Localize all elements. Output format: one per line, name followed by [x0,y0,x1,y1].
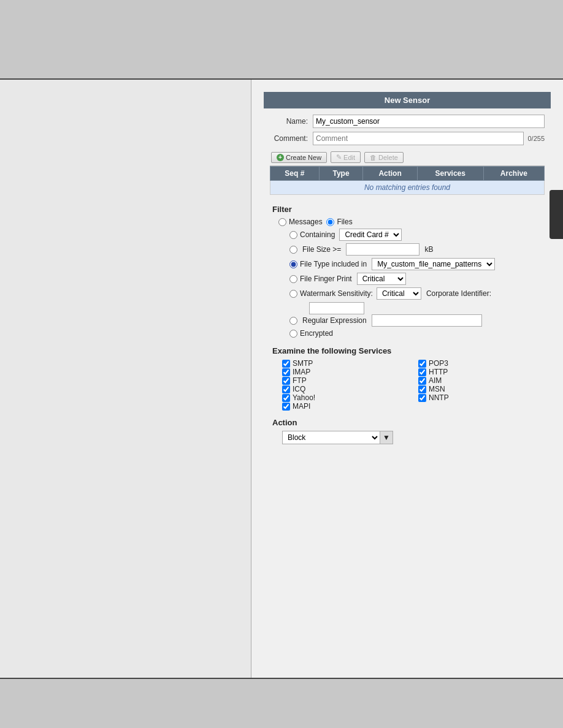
yahoo-checkbox[interactable] [282,394,290,402]
watermark-radio[interactable] [289,290,297,298]
action-title: Action [272,418,542,427]
right-panel: New Sensor Name: Comment: 0/255 [251,80,563,678]
form-header: New Sensor [264,92,551,108]
filetype-select[interactable]: My_custom_file_name_patterns [372,258,495,270]
filetype-row: File Type included in My_custom_file_nam… [272,258,542,270]
ftp-label: FTP [293,376,307,385]
filesize-radio[interactable] [289,246,297,254]
fingerprint-label: File Finger Print [300,275,352,283]
comment-label: Comment: [270,134,313,143]
regex-label: Regular Expression [302,316,367,325]
messages-option[interactable]: Messages [278,218,323,226]
watermark-corp-input[interactable] [309,302,364,314]
watermark-corp-row [272,302,542,314]
watermark-row: Watermark Sensitivity: Critical High Med… [272,287,542,300]
containing-select[interactable]: Credit Card # SSN ABA Routing Custom [339,229,402,241]
icq-label: ICQ [293,385,305,393]
containing-row: Containing Credit Card # SSN ABA Routing… [272,229,542,241]
action-dropdown-button[interactable]: ▼ [380,431,393,444]
filetype-label: File Type included in [300,260,367,268]
service-smtp: SMTP [282,359,406,368]
action-select-wrapper: Block Allow Quarantine Encrypt ▼ [272,431,542,444]
fingerprint-radio[interactable] [289,275,297,283]
service-msn: MSN [418,385,542,393]
services-left-col: SMTP IMAP FTP [282,359,406,411]
entries-table: Seq # Type Action Services Archive No ma… [270,166,545,195]
col-seq: Seq # [270,167,320,181]
fingerprint-select[interactable]: Critical High Medium Low [357,273,406,285]
plus-icon: + [277,154,284,161]
pop3-checkbox[interactable] [418,360,426,368]
pop3-label: POP3 [429,359,448,368]
files-option[interactable]: Files [326,218,352,226]
col-archive: Archive [483,167,544,181]
http-label: HTTP [429,368,448,376]
name-input[interactable] [313,115,545,128]
action-section: Action Block Allow Quarantine Encrypt ▼ [270,418,545,444]
ftp-checkbox[interactable] [282,377,290,385]
page-wrapper: New Sensor Name: Comment: 0/255 [0,0,563,728]
regex-radio[interactable] [289,317,297,325]
containing-radio[interactable] [289,231,297,239]
create-new-button[interactable]: + Create New [271,152,327,163]
encrypted-radio[interactable] [289,330,297,338]
regex-row: Regular Expression [272,314,542,327]
service-imap: IMAP [282,368,406,376]
edit-label: Edit [343,154,355,161]
files-label: Files [337,218,352,226]
services-right-col: POP3 HTTP AIM [418,359,542,411]
smtp-checkbox[interactable] [282,360,290,368]
containing-label: Containing [300,230,335,239]
mapi-checkbox[interactable] [282,403,290,411]
imap-checkbox[interactable] [282,368,290,376]
empty-message: No matching entries found [270,181,545,195]
filesize-row: File Size >= kB [272,243,542,256]
regex-input[interactable] [372,314,482,327]
msn-checkbox[interactable] [418,385,426,393]
toolbar: + Create New ✎ Edit 🗑 Delete [270,149,545,166]
aim-label: AIM [429,376,442,385]
filesize-unit: kB [424,245,433,254]
nntp-checkbox[interactable] [418,394,426,402]
service-nntp: NNTP [418,393,542,402]
name-label: Name: [270,117,313,126]
side-scroll-tab [550,190,563,239]
filetype-radio[interactable] [289,260,297,268]
service-mapi: MAPI [282,402,406,411]
fingerprint-row: File Finger Print Critical High Medium L… [272,273,542,285]
form-body: Name: Comment: 0/255 + Create New [264,108,551,450]
filter-type-row: Messages Files [272,218,542,226]
files-radio[interactable] [326,218,334,226]
services-grid: SMTP IMAP FTP [272,359,542,411]
delete-button[interactable]: 🗑 Delete [364,152,404,163]
watermark-corp-label: Corporate Identifier: [426,289,491,298]
filter-section: Filter Messages Files [270,205,545,338]
messages-radio[interactable] [278,218,286,226]
action-select[interactable]: Block Allow Quarantine Encrypt [282,431,380,444]
create-new-label: Create New [286,154,321,161]
filesize-label: File Size >= [302,245,341,254]
top-bar [0,0,563,80]
mapi-label: MAPI [293,402,310,411]
filesize-input[interactable] [346,243,419,256]
smtp-label: SMTP [293,359,313,368]
comment-input[interactable] [313,132,524,145]
filter-title: Filter [272,205,542,214]
service-icq: ICQ [282,385,406,393]
aim-checkbox[interactable] [418,377,426,385]
pencil-icon: ✎ [336,153,342,161]
left-panel [0,80,251,678]
service-aim: AIM [418,376,542,385]
name-row: Name: [270,115,545,128]
service-ftp: FTP [282,376,406,385]
edit-button[interactable]: ✎ Edit [331,151,361,163]
services-section: Examine the following Services SMTP [270,346,545,411]
table-row: No matching entries found [270,181,545,195]
services-title: Examine the following Services [272,346,542,355]
delete-label: Delete [378,154,398,161]
watermark-sensitivity-select[interactable]: Critical High Medium Low [377,287,421,300]
icq-checkbox[interactable] [282,385,290,393]
http-checkbox[interactable] [418,368,426,376]
col-type: Type [319,167,363,181]
messages-label: Messages [289,218,323,226]
